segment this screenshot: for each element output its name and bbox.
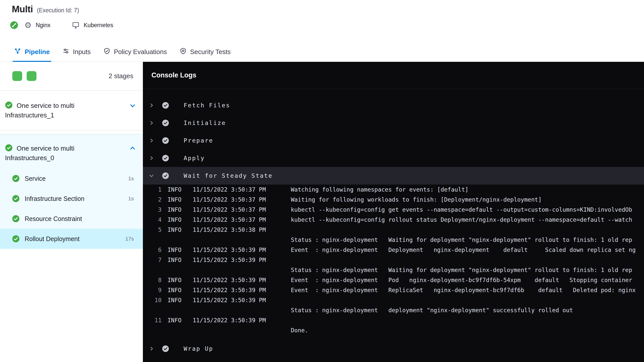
execution-header: Multi (Execution Id: 7) ⚙ Nginx Kubernet…: [0, 0, 644, 30]
chevron-down-icon[interactable]: [129, 102, 136, 109]
chevron-right-icon[interactable]: [148, 103, 155, 108]
chevron-up-icon[interactable]: [129, 145, 136, 152]
step-duration: 1s: [128, 175, 134, 182]
log-timestamp: 11/15/2022 3:50:37 PM: [193, 215, 276, 225]
shield-gear-icon: [180, 48, 187, 56]
log-line-number: 11: [146, 315, 162, 325]
log-line-number: 4: [146, 215, 162, 225]
log-level: INFO: [168, 295, 185, 305]
tab-inputs[interactable]: Inputs: [62, 42, 91, 62]
environment-name[interactable]: Kubernetes: [84, 22, 113, 29]
console-step-label: Apply: [184, 155, 205, 161]
log-message: Event : nginx-deployment ReplicaSet ngin…: [291, 285, 636, 295]
log-line: 1INFO11/15/2022 3:50:37 PMWatching follo…: [143, 185, 644, 195]
log-line: 10INFO11/15/2022 3:50:39 PM: [143, 295, 644, 305]
console-step-initialize[interactable]: Initialize: [143, 114, 644, 132]
console-step-label: Wrap Up: [184, 345, 213, 352]
stages-summary: 2 stages: [0, 62, 143, 90]
log-message: Status : nginx-deployment deployment "ng…: [291, 305, 573, 315]
stage-card-infrastructures-1[interactable]: One service to multi Infrastructures_1: [0, 90, 143, 130]
step-label: Rollout Deployment: [25, 235, 79, 243]
stages-sidebar: 2 stages One service to multi Infrastruc…: [0, 62, 143, 362]
sidebar-step-service[interactable]: Service1s: [0, 168, 143, 189]
log-message: Status : nginx-deployment Waiting for de…: [291, 265, 632, 275]
success-check-icon: [12, 195, 20, 202]
log-level: INFO: [168, 215, 185, 225]
log-level: [168, 325, 185, 335]
gear-icon: ⚙: [24, 21, 32, 29]
log-line-number: [146, 305, 162, 315]
log-level: INFO: [168, 275, 185, 285]
sidebar-step-resource-constraint[interactable]: Resource Constraint: [0, 209, 143, 229]
log-line: Status : nginx-deployment deployment "ng…: [143, 305, 644, 315]
sidebar-step-rollout-deployment[interactable]: Rollout Deployment17s: [0, 229, 143, 249]
log-timestamp: [193, 305, 276, 315]
stage-title-line2: Infrastructures_0: [5, 153, 136, 162]
log-line: Status : nginx-deployment Waiting for de…: [143, 235, 644, 245]
console-step-wait-for-steady-state[interactable]: Wait for Steady State: [143, 167, 644, 185]
console-step-wrap-up[interactable]: Wrap Up: [143, 340, 644, 357]
stages-count: 2 stages: [109, 72, 133, 80]
chevron-down-icon[interactable]: [148, 173, 155, 178]
success-check-icon: [162, 172, 169, 179]
pipeline-execution-page: Multi (Execution Id: 7) ⚙ Nginx Kubernet…: [0, 0, 644, 362]
chevron-right-icon[interactable]: [148, 138, 155, 143]
log-line-number: [146, 325, 162, 335]
success-check-icon: [12, 215, 20, 222]
success-check-icon: [5, 144, 13, 153]
stage-title-line1: One service to multi: [17, 101, 74, 110]
tab-policy-evaluations[interactable]: Policy Evaluations: [103, 42, 167, 62]
console-step-apply[interactable]: Apply: [143, 149, 644, 167]
log-level: INFO: [168, 245, 185, 255]
step-duration: 17s: [125, 236, 134, 242]
log-level: INFO: [168, 185, 185, 195]
log-level: [168, 235, 185, 245]
chevron-right-icon[interactable]: [148, 346, 155, 351]
console-step-prepare[interactable]: Prepare: [143, 132, 644, 149]
success-check-icon: [12, 175, 20, 182]
success-check-icon: [162, 155, 169, 162]
service-icon: [10, 21, 18, 29]
stage-card-infrastructures-0: One service to multi Infrastructures_0 S…: [0, 134, 143, 249]
step-label: Resource Constraint: [25, 215, 82, 222]
log-line-number: 5: [146, 225, 162, 235]
log-line-number: 3: [146, 205, 162, 215]
page-title: Multi: [12, 4, 33, 15]
log-level: INFO: [168, 195, 185, 205]
log-line: 4INFO11/15/2022 3:50:37 PMkubectl --kube…: [143, 215, 644, 225]
log-message: Waiting for following workloads to finis…: [291, 195, 542, 205]
tab-security-tests[interactable]: Security Tests: [180, 42, 231, 62]
tab-pipeline[interactable]: Pipeline: [14, 42, 50, 62]
log-timestamp: [193, 265, 276, 275]
success-check-icon: [162, 345, 169, 352]
step-duration: 1s: [128, 196, 134, 202]
service-name[interactable]: Nginx: [36, 22, 51, 29]
log-line: 11INFO11/15/2022 3:50:39 PM: [143, 315, 644, 325]
log-line-number: 1: [146, 185, 162, 195]
log-line: 9INFO11/15/2022 3:50:39 PMEvent : nginx-…: [143, 285, 644, 295]
log-line-number: [146, 235, 162, 245]
log-message: Status : nginx-deployment Waiting for de…: [291, 235, 632, 245]
log-line-number: 8: [146, 275, 162, 285]
sidebar-step-infrastructure-section[interactable]: Infrastructure Section1s: [0, 189, 143, 209]
stage-header[interactable]: One service to multi Infrastructures_0: [0, 134, 143, 168]
log-line-number: 6: [146, 245, 162, 255]
success-check-icon: [5, 101, 13, 110]
chevron-right-icon[interactable]: [148, 155, 155, 161]
step-label: Infrastructure Section: [25, 195, 85, 202]
success-check-icon: [162, 102, 169, 109]
log-timestamp: 11/15/2022 3:50:39 PM: [193, 255, 276, 265]
log-level: [168, 305, 185, 315]
tab-label: Security Tests: [190, 48, 231, 56]
log-level: INFO: [168, 315, 185, 325]
success-check-icon: [162, 137, 169, 144]
shield-check-icon: [103, 48, 110, 56]
log-message: kubectl --kubeconfig=config get events -…: [291, 205, 632, 215]
log-level: INFO: [168, 255, 185, 265]
log-timestamp: 11/15/2022 3:50:37 PM: [193, 205, 276, 215]
console-step-fetch-files[interactable]: Fetch Files: [143, 97, 644, 114]
console-step-label: Prepare: [184, 137, 213, 144]
chevron-right-icon[interactable]: [148, 120, 155, 126]
log-line: 7INFO11/15/2022 3:50:39 PM: [143, 255, 644, 265]
log-line-number: 9: [146, 285, 162, 295]
